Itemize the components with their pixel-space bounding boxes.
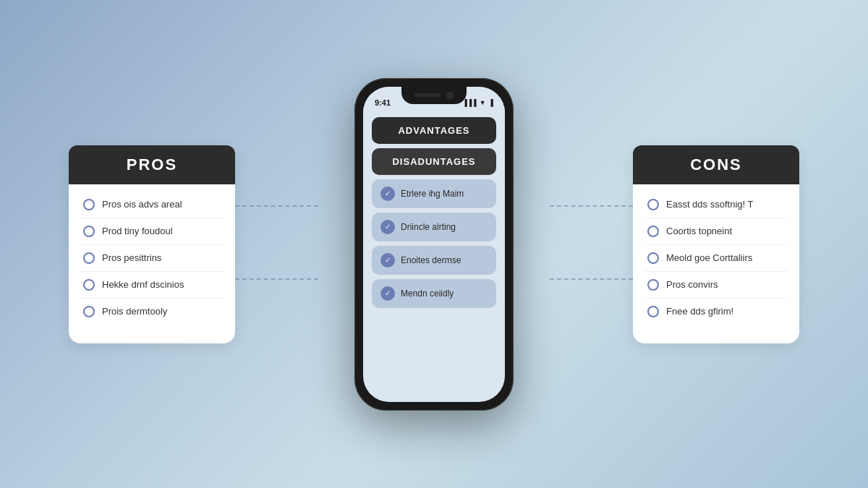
list-item: Hekke drnf dscinios	[80, 272, 224, 299]
pros-title: PROS	[127, 155, 177, 174]
list-item: Pros convirs	[644, 272, 788, 299]
phone-screen: 9:41 ▐▐▐ ▼ ▐ ADVANTAGES DISADUNTAGES	[363, 87, 505, 402]
check-icon-3: ✓	[380, 253, 395, 267]
signal-icon: ▐▐▐	[463, 99, 477, 106]
cons-title: CONS	[690, 155, 742, 174]
cons-header: CONS	[633, 145, 799, 184]
phone-notch	[401, 87, 467, 104]
list-item: Pros pesittrins	[80, 245, 224, 272]
phone-container: 9:41 ▐▐▐ ▼ ▐ ADVANTAGES DISADUNTAGES	[354, 78, 514, 411]
list-item: Pros ois advs areal	[80, 192, 224, 218]
list-item: Coortis topneint	[644, 218, 788, 245]
list-item: Prois dermtooly	[80, 299, 224, 325]
phone-list-item-2: ✓ Driincle alrting	[372, 213, 496, 241]
pros-header: PROS	[69, 145, 235, 184]
phone-time: 9:41	[375, 98, 391, 107]
pros-list: Pros ois advs areal Prod tiny foudoul Pr…	[69, 184, 235, 332]
cons-list: Easst dds ssoftnig! T Coortis topneint M…	[633, 184, 799, 332]
phone-frame: 9:41 ▐▐▐ ▼ ▐ ADVANTAGES DISADUNTAGES	[354, 78, 514, 411]
list-item: Easst dds ssoftnig! T	[644, 192, 788, 218]
check-icon-2: ✓	[380, 220, 395, 234]
phone-status-bar: 9:41 ▐▐▐ ▼ ▐	[363, 87, 505, 113]
circle-icon	[83, 252, 95, 264]
notch-camera	[446, 92, 454, 99]
phone-list-item-1: ✓ Etrlere ihg Maim	[372, 179, 496, 208]
dashed-line-right-bottom	[550, 278, 633, 280]
circle-icon	[83, 279, 95, 291]
disadvantages-button[interactable]: DISADUNTAGES	[372, 148, 496, 175]
circle-icon	[647, 199, 659, 210]
circle-icon	[647, 279, 659, 291]
wifi-icon: ▼	[480, 99, 486, 106]
cons-card: CONS Easst dds ssoftnig! T Coortis topne…	[633, 145, 799, 343]
phone-status-icons: ▐▐▐ ▼ ▐	[463, 99, 493, 106]
main-layout: PROS Pros ois advs areal Prod tiny foudo…	[0, 0, 868, 488]
pros-card: PROS Pros ois advs areal Prod tiny foudo…	[69, 145, 235, 343]
circle-icon	[647, 252, 659, 264]
advantages-button[interactable]: ADVANTAGES	[372, 117, 496, 144]
check-icon-4: ✓	[380, 286, 395, 301]
circle-icon	[647, 226, 659, 237]
list-item: Meold goe Corttaliirs	[644, 245, 788, 272]
circle-icon	[83, 199, 95, 210]
dashed-line-right-top	[550, 205, 633, 207]
list-item: Prod tiny foudoul	[80, 218, 224, 245]
phone-list-item-3: ✓ Enoites dermse	[372, 246, 496, 275]
dashed-line-left-bottom	[235, 278, 318, 280]
dashed-line-left-top	[235, 205, 318, 207]
list-item: Fnee dds gfirim!	[644, 299, 788, 325]
circle-icon	[647, 306, 659, 317]
circle-icon	[83, 306, 95, 317]
phone-list-item-4: ✓ Mendn ceiidly	[372, 279, 496, 308]
check-icon-1: ✓	[380, 187, 395, 201]
notch-speaker	[414, 93, 441, 97]
battery-icon: ▐	[489, 99, 493, 106]
circle-icon	[83, 226, 95, 237]
phone-content: ADVANTAGES DISADUNTAGES ✓ Etrlere ihg Ma…	[363, 113, 505, 317]
